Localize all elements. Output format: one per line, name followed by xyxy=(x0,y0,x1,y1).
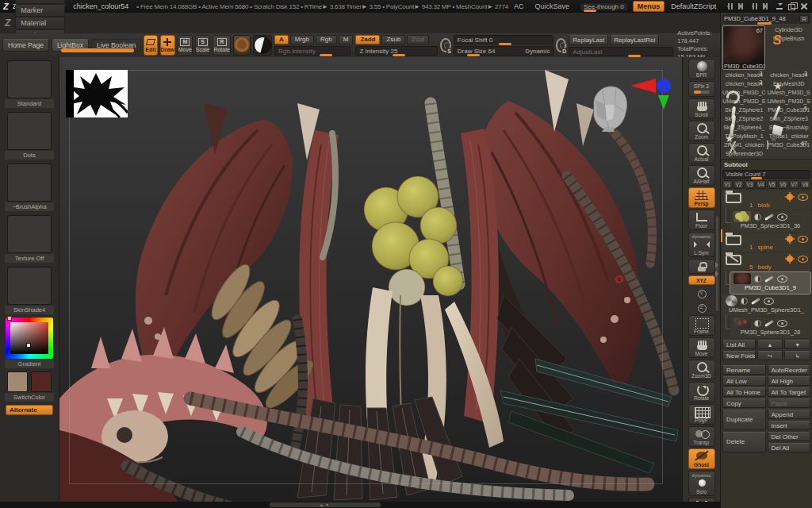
gear-icon[interactable] xyxy=(787,236,793,242)
zsub-button[interactable]: Zsub xyxy=(381,35,405,44)
sculpt-canvas[interactable] xyxy=(59,57,682,502)
visibility-tab[interactable]: V1 xyxy=(722,180,733,189)
visibility-tab[interactable]: V7 xyxy=(789,180,799,189)
sculpt-brush-icon[interactable] xyxy=(751,298,760,305)
replay-last-button[interactable]: ReplayLast xyxy=(569,35,608,45)
polypaint-icon[interactable] xyxy=(754,214,761,221)
current-alpha-swatch[interactable] xyxy=(233,35,251,56)
shelf-button[interactable]: Floor xyxy=(688,210,715,230)
all-to-target-button[interactable]: All To Target xyxy=(768,387,811,397)
visibility-tab[interactable]: V6 xyxy=(778,180,788,189)
color-a-button[interactable]: A xyxy=(274,35,289,44)
tool-thumbnail[interactable]: UMesh_PM3D_S xyxy=(722,97,766,105)
paste-button[interactable]: Paste xyxy=(768,398,811,408)
quicksave-button[interactable]: QuickSave xyxy=(534,2,569,10)
tool-thumbnail[interactable]: Skin_ZSphere1 xyxy=(722,106,766,114)
subtool-item[interactable]: 1blob blob xyxy=(722,190,810,210)
scale-button[interactable]: S Scale xyxy=(195,35,211,56)
all-high-button[interactable]: All High xyxy=(768,376,811,386)
collapse-right-tray-icon[interactable] xyxy=(737,2,745,10)
move-button[interactable]: M Move xyxy=(178,35,193,56)
shelf-button[interactable]: Zoom xyxy=(688,121,715,141)
rename-button[interactable]: Rename xyxy=(722,365,766,375)
focal-shift-slider[interactable]: Focal Shift 0 xyxy=(454,35,553,44)
zadd-button[interactable]: Zadd xyxy=(355,35,380,44)
color-gradient-icon[interactable] xyxy=(6,318,53,359)
brush-tray-item[interactable]: Texture Off xyxy=(5,215,54,263)
color-picker[interactable]: Gradient xyxy=(5,318,54,368)
draw-size-slider[interactable]: Draw Size 64 Dynamic xyxy=(454,46,553,56)
eye-icon[interactable] xyxy=(798,194,808,201)
shelf-button[interactable]: BPR xyxy=(688,59,715,79)
tool-thumbnail[interactable]: Skin_ZSphere2 xyxy=(722,114,766,122)
all-to-home-button[interactable]: All To Home xyxy=(722,387,766,397)
shelf-button[interactable]: Z xyxy=(688,301,715,314)
slider-thumb[interactable] xyxy=(751,177,762,179)
eye-icon[interactable] xyxy=(777,214,787,221)
mrgb-button[interactable]: Mrgb xyxy=(290,35,314,44)
shelf-button[interactable]: Frame xyxy=(688,315,715,336)
stroke-dial-icon[interactable]: S xyxy=(440,38,450,52)
z-intensity-slider[interactable]: Z Intensity 25 xyxy=(355,46,438,56)
menus-button[interactable]: Menus xyxy=(633,1,665,12)
shelf-button[interactable]: Scroll xyxy=(688,98,715,119)
tool-thumbnail[interactable]: Sphereinder3D xyxy=(722,149,766,157)
tool-thumbnail[interactable]: 3 chicken_head4 xyxy=(722,71,766,79)
subtool-item[interactable]: UMesh_PM3D_Sphere3D1_ UMesh_PM3D_Sphere3… xyxy=(722,294,810,316)
default-zscript-button[interactable]: DefaultZScript xyxy=(671,2,716,10)
tool-thumbnail[interactable]: PolyMesh3D xyxy=(768,79,811,87)
shelf-button[interactable]: Zoom3D xyxy=(688,360,715,380)
rgb-intensity-slider[interactable]: Rgb Intensity xyxy=(274,46,350,56)
rgb-button[interactable]: Rgb xyxy=(316,35,337,44)
shelf-button[interactable]: Actual xyxy=(688,143,715,164)
tool-thumbnail[interactable]: Skin_~BrushAlp xyxy=(768,123,811,131)
current-tool-header[interactable]: PM3D_Cube3D1_9_48 R xyxy=(722,13,810,24)
tool-thumbnail[interactable]: UMesh_PM3D_S xyxy=(768,88,811,96)
see-through-slider[interactable]: See-through 0 xyxy=(580,2,628,11)
subtool-item[interactable]: 5body body xyxy=(722,252,810,271)
move-down-button[interactable]: ▼ xyxy=(784,340,810,349)
primary-color-swatch[interactable] xyxy=(7,371,28,392)
secondary-color-swatch[interactable] xyxy=(31,371,52,392)
dock-left-icon[interactable] xyxy=(749,2,757,10)
duplicate-button[interactable]: Duplicate xyxy=(722,410,766,430)
shelf-button[interactable]: XYZ xyxy=(688,275,715,285)
current-material-swatch[interactable] xyxy=(253,35,272,56)
move-out-folder-button[interactable]: ↳ xyxy=(784,351,810,360)
lightbox-divider-handle[interactable] xyxy=(61,48,134,52)
replay-last-rel-button[interactable]: ReplayLastRel xyxy=(610,35,659,45)
sculpt-brush-icon[interactable] xyxy=(764,275,774,283)
subtool-item[interactable]: PM3D_Sphere3D1_28 PM3D_Sphere3D1_28 xyxy=(730,317,810,338)
shelf-button[interactable]: Move xyxy=(688,337,715,358)
visibility-tab[interactable]: V3 xyxy=(745,180,755,189)
visible-count-slider[interactable]: Visible Count 7 xyxy=(722,170,810,179)
zcut-button[interactable]: Zcut xyxy=(407,35,429,44)
tool-thumbnail[interactable]: Skin_ZSphere4_ xyxy=(722,123,766,131)
ac-button[interactable]: AC xyxy=(514,2,524,10)
eye-icon[interactable] xyxy=(798,236,808,243)
move-to-folder-button[interactable]: ↪ xyxy=(757,351,783,360)
eye-icon[interactable] xyxy=(777,320,787,327)
del-all-button[interactable]: Del All xyxy=(768,443,811,452)
tool-thumbnail[interactable]: TPose1_chicker xyxy=(768,132,811,140)
visibility-tab[interactable]: V4 xyxy=(756,180,766,189)
brush-tray-item[interactable]: SkinShade4 xyxy=(5,267,54,314)
delete-button[interactable]: Delete xyxy=(722,432,766,452)
shelf-button[interactable]: Transp xyxy=(688,426,715,447)
all-low-button[interactable]: All Low xyxy=(722,376,766,386)
append-button[interactable]: Append xyxy=(768,410,811,419)
slider-thumb[interactable] xyxy=(320,54,332,56)
tool-thumbnail[interactable]: ZRig#1_chicken xyxy=(722,140,766,148)
tool-thumbnail[interactable]: TMPolyMesh_1 xyxy=(722,132,766,140)
shelf-button[interactable]: Rotate xyxy=(688,382,715,402)
new-folder-button[interactable]: New Folder xyxy=(722,351,756,360)
shelf-button[interactable] xyxy=(688,259,715,274)
brush-tray-item[interactable]: Standard xyxy=(5,60,54,108)
shelf-button[interactable]: PolyF xyxy=(688,404,715,425)
visibility-tab[interactable]: V5 xyxy=(767,180,777,189)
tool-thumbnail[interactable]: SimpleBrush xyxy=(767,34,810,42)
menu-item[interactable]: Material xyxy=(15,17,65,29)
gear-icon[interactable] xyxy=(787,194,793,200)
slider-thumb[interactable] xyxy=(584,10,596,12)
replay-dial-icon[interactable]: D xyxy=(556,38,566,52)
